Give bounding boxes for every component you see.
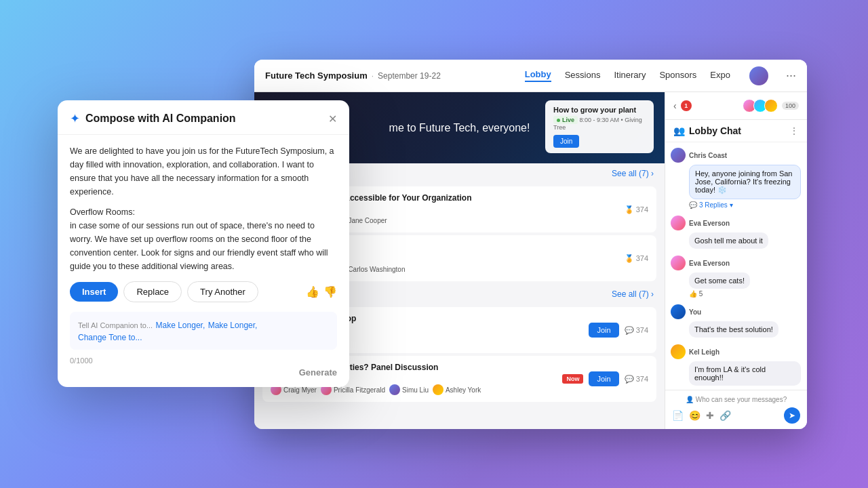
live-badge: Live <box>553 116 578 124</box>
comment-icon-2: 💬 <box>625 326 634 335</box>
comment-count-2: 💬 374 <box>625 326 648 335</box>
nav-link-lobby[interactable]: Lobby <box>525 69 551 82</box>
ai-modal-header: ✦ Compose with AI Companion ✕ <box>58 100 349 135</box>
msg-bubble-2: Get some cats! <box>689 272 750 289</box>
chat-message-group-4: Kel Leigh I'm from LA & it's cold enough… <box>671 344 802 386</box>
msg-sender-row-0: Chris Coast <box>671 148 802 163</box>
ai-replace-button[interactable]: Replace <box>123 281 182 302</box>
msg-sender-0: Chris Coast <box>689 152 727 159</box>
app-nav: Future Tech Symposium · September 19-22 … <box>254 60 807 92</box>
msg-bubble-4: I'm from LA & it's cold enough!! <box>689 361 801 386</box>
app-date: September 19-22 <box>378 71 441 81</box>
ai-char-count: 0/1000 <box>70 357 337 365</box>
hero-join-button[interactable]: Join <box>553 135 579 148</box>
emoji-icon-1: 🏅 <box>625 254 634 263</box>
now-badge: Now <box>562 374 583 384</box>
chat-message-group-1: Eva Everson Gosh tell me about it <box>671 216 802 249</box>
ai-text-paragraph-1: We are delighted to have you join us for… <box>70 144 337 199</box>
user-avatar[interactable] <box>749 66 768 85</box>
chat-title: Lobby Chat <box>689 125 785 136</box>
msg-bubble-1: Gosh tell me about it <box>689 232 768 249</box>
chat-title-row: 👥 Lobby Chat ⋮ <box>665 120 807 142</box>
msg-sender-row-3: You <box>671 304 802 319</box>
speaker-name-10: Ashley York <box>446 386 481 394</box>
nav-more-icon[interactable]: ··· <box>786 68 796 83</box>
hero-card: How to grow your plant Live 8:00 - 9:30 … <box>545 100 654 153</box>
ai-suggest-link-1[interactable]: Make Longer, <box>156 321 205 330</box>
ai-suggest-link-2[interactable]: Make Longer, <box>208 321 258 330</box>
send-button[interactable]: ➤ <box>784 407 800 424</box>
msg-avatar-0 <box>671 148 686 163</box>
nav-links: Lobby Sessions Itinerary Sponsors Expo ·… <box>525 66 796 85</box>
who-sees-icon: 👤 <box>686 396 694 403</box>
emoji-button[interactable]: 😊 <box>689 410 701 421</box>
chat-message-group-2: Eva Everson Get some cats! 👍 5 <box>671 256 802 298</box>
msg-sender-row-4: Kel Leigh <box>671 344 802 359</box>
comment-count-3: 💬 374 <box>625 375 648 384</box>
ai-thumbs-down-button[interactable]: 👎 <box>323 285 337 298</box>
chat-message-group-0: Chris Coast Hey, anyone joining from San… <box>671 148 802 209</box>
chat-people-icon: 👥 <box>673 125 685 136</box>
join-button-3[interactable]: Join <box>589 371 618 386</box>
chat-back-button[interactable]: ‹ <box>673 100 677 111</box>
join-button-2[interactable]: Join <box>589 323 618 338</box>
speaker-name-8: Pricilla Fitzgerald <box>334 386 385 394</box>
hero-text: me to Future Tech, everyone! <box>389 122 530 134</box>
ai-modal-title: Compose with AI Companion <box>85 113 328 125</box>
msg-avatar-2 <box>671 256 686 270</box>
msg-reaction-2: 👍 5 <box>689 290 802 298</box>
link-button[interactable]: 🔗 <box>719 410 731 421</box>
ai-thumbs-up-button[interactable]: 👍 <box>306 285 319 298</box>
comment-icon-3: 💬 <box>625 375 634 384</box>
msg-sender-row-2: Eva Everson <box>671 256 802 270</box>
speaker-name-5: Carlos Washington <box>348 266 405 273</box>
speaker-name-9: Simu Liu <box>402 386 429 394</box>
chat-header: ‹ 1 100 <box>665 92 807 120</box>
nav-separator: · <box>372 71 374 81</box>
ai-text-paragraph-2: Overflow Rooms: in case some of our sess… <box>70 205 337 273</box>
ai-generate-row: Generate <box>70 367 337 378</box>
chat-count-badge: 100 <box>782 102 799 110</box>
msg-sender-2: Eva Everson <box>689 260 730 267</box>
nav-link-sessions[interactable]: Sessions <box>565 70 601 81</box>
ai-companion-modal: ✦ Compose with AI Companion ✕ We are del… <box>58 100 349 387</box>
nav-link-itinerary[interactable]: Itinerary <box>614 70 646 81</box>
nav-link-expo[interactable]: Expo <box>710 70 730 81</box>
ai-try-another-button[interactable]: Try Another <box>187 281 258 302</box>
speaker-name-2: Jane Cooper <box>348 217 387 224</box>
ai-sparkle-icon: ✦ <box>70 111 80 126</box>
nav-link-sponsors[interactable]: Sponsors <box>659 70 696 81</box>
add-button[interactable]: ✚ <box>706 410 714 421</box>
ai-modal-body: We are delighted to have you join us for… <box>58 135 349 387</box>
chat-footer: 👤 Who can see your messages? 📄 😊 ✚ 🔗 ➤ <box>665 390 807 429</box>
speaker-avatar-9 <box>389 384 400 395</box>
msg-avatar-1 <box>671 216 686 230</box>
chat-avatar-3 <box>764 99 778 113</box>
chat-messages[interactable]: Chris Coast Hey, anyone joining from San… <box>665 142 807 390</box>
ai-close-button[interactable]: ✕ <box>328 113 337 125</box>
app-title: Future Tech Symposium <box>265 70 368 81</box>
replies-link-0[interactable]: 💬 3 Replies ▾ <box>689 201 802 209</box>
msg-avatar-3 <box>671 304 686 319</box>
ai-suggest-label: Tell AI Companion to... <box>78 321 153 329</box>
ai-text-content: We are delighted to have you join us for… <box>70 144 337 273</box>
ai-suggest-link-3[interactable]: Change Tone to... <box>78 333 142 342</box>
msg-bubble-0: Hey, anyone joining from San Jose, Calif… <box>689 165 801 199</box>
speaker-chip-9: Simu Liu <box>389 384 429 395</box>
ai-insert-button[interactable]: Insert <box>70 282 118 302</box>
session-actions-2: Join 💬 374 <box>589 323 648 338</box>
ai-feedback-buttons: 👍 👎 <box>306 285 337 298</box>
attach-file-button[interactable]: 📄 <box>672 410 684 421</box>
msg-sender-4: Kel Leigh <box>689 348 719 356</box>
msg-sender-1: Eva Everson <box>689 220 730 227</box>
emoji-icon-0: 🏅 <box>625 205 634 214</box>
chat-message-group-3: You That's the best solution! <box>671 304 802 338</box>
see-all-link-1[interactable]: See all (7) › <box>612 169 654 178</box>
see-all-link-2[interactable]: See all (7) › <box>612 289 654 299</box>
msg-bubble-3: That's the best solution! <box>689 321 778 338</box>
msg-avatar-4 <box>671 344 686 359</box>
chat-more-button[interactable]: ⋮ <box>789 125 799 136</box>
live-dot <box>557 119 560 122</box>
speaker-avatar-10 <box>433 384 443 395</box>
ai-generate-button[interactable]: Generate <box>299 367 337 378</box>
